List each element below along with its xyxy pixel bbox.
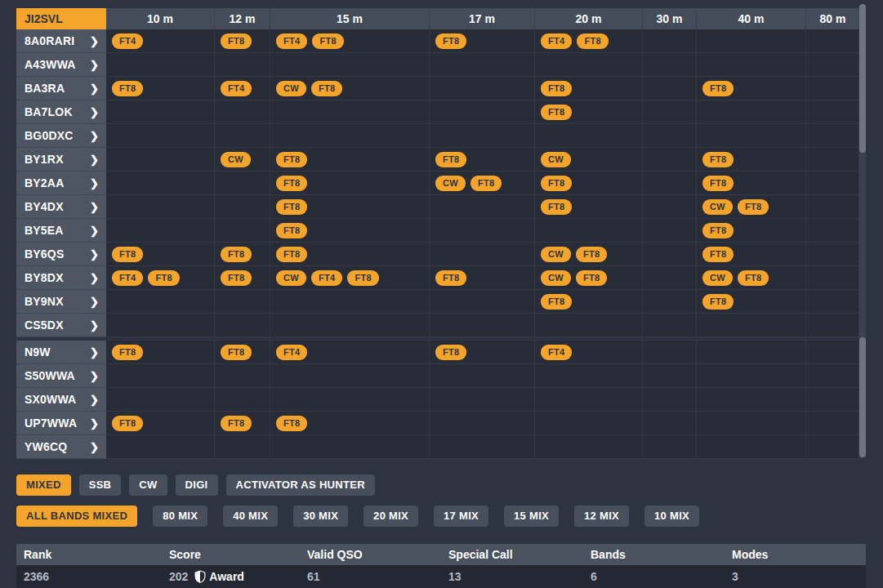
filter-button-digi[interactable]: DIGI (176, 474, 218, 496)
band-header-12m: 12 m (215, 8, 270, 29)
callsign-cell-BG0DXC[interactable]: BG0DXC❯ (16, 124, 106, 148)
mode-badge-cw: CW (276, 81, 306, 96)
callsign-label: CS5DX (25, 318, 64, 332)
callsign-cell-BY6QS[interactable]: BY6QS❯ (16, 243, 106, 266)
filter-button-10-mix[interactable]: 10 MIX (644, 506, 699, 527)
cell-BY2AA-15m: FT8 (270, 172, 430, 195)
cell-YW6CQ-17m (430, 435, 535, 459)
chevron-right-icon: ❯ (90, 417, 99, 430)
mode-badge-ft8: FT8 (276, 199, 307, 215)
mode-badge-ft8: FT8 (276, 247, 307, 262)
cell-BA7LOK-10m (106, 100, 215, 124)
filter-button-15-mix[interactable]: 15 MIX (504, 506, 559, 527)
cell-BA3RA-80m (806, 77, 859, 100)
cell-BY2AA-30m (643, 172, 697, 195)
cell-S50WWA-30m (643, 364, 697, 388)
table-rows-top: 8A0RARI❯FT4FT8FT4FT8FT8FT4FT8A43WWA❯BA3R… (16, 29, 859, 337)
callsign-cell-YW6CQ[interactable]: YW6CQ❯ (16, 435, 106, 459)
stats-header-rank: Rank (16, 544, 162, 565)
cell-UP7WWA-20m (535, 412, 643, 435)
filter-button-ssb[interactable]: SSB (79, 474, 122, 496)
mode-badge-cw: CW (541, 247, 571, 262)
cell-BA3RA-30m (643, 77, 697, 100)
callsign-cell-CS5DX[interactable]: CS5DX❯ (16, 314, 106, 337)
table-row-SX0WWA: SX0WWA❯ (16, 388, 859, 412)
cell-UP7WWA-30m (643, 412, 697, 435)
cell-N9W-12m: FT8 (215, 341, 270, 364)
mode-badge-ft8: FT8 (221, 33, 252, 49)
cell-BG0DXC-20m (535, 124, 643, 148)
filter-button-mixed[interactable]: MIXED (16, 474, 71, 496)
cell-BG0DXC-80m (806, 124, 859, 148)
table-row-S50WWA: S50WWA❯ (16, 364, 859, 388)
cell-BG0DXC-30m (643, 124, 697, 148)
cell-BY6QS-17m (430, 243, 535, 266)
cell-8A0RARI-30m (643, 29, 697, 53)
cell-BY2AA-17m: CWFT8 (430, 172, 535, 195)
stats-table: RankScoreValid QSOSpecial CallBandsModes… (16, 544, 866, 588)
cell-BA3RA-15m: CWFT8 (270, 77, 430, 100)
callsign-cell-A43WWA[interactable]: A43WWA❯ (16, 53, 106, 77)
owner-callsign-cell[interactable]: JI2SVL (16, 8, 106, 29)
filter-button-all-bands-mixed[interactable]: ALL BANDS MIXED (16, 506, 137, 527)
stats-value-bands: 6 (583, 565, 725, 588)
callsign-cell-UP7WWA[interactable]: UP7WWA❯ (16, 412, 106, 435)
callsign-cell-BY8DX[interactable]: BY8DX❯ (16, 266, 106, 290)
cell-CS5DX-10m (106, 314, 215, 337)
mode-badge-ft8: FT8 (112, 416, 143, 431)
filter-button-30-mix[interactable]: 30 MIX (293, 506, 348, 527)
band-header-17m: 17 m (430, 8, 535, 29)
filter-button-17-mix[interactable]: 17 MIX (434, 506, 488, 527)
cell-BY5EA-17m (430, 219, 535, 243)
vertical-scrollbar-thumb-top[interactable] (859, 4, 866, 153)
filter-button-activator-as-hunter[interactable]: ACTIVATOR AS HUNTER (226, 474, 375, 496)
mode-badge-ft8: FT8 (221, 345, 252, 360)
mode-badge-ft4: FT4 (541, 345, 572, 360)
table-row-8A0RARI: 8A0RARI❯FT4FT8FT4FT8FT8FT4FT8 (16, 29, 859, 53)
mode-badge-ft8: FT8 (738, 270, 769, 286)
cell-UP7WWA-10m: FT8 (106, 412, 215, 435)
cell-S50WWA-40m (697, 364, 806, 388)
mode-badge-ft8: FT8 (435, 152, 466, 167)
callsign-cell-BA7LOK[interactable]: BA7LOK❯ (16, 100, 106, 124)
mode-badge-ft8: FT8 (702, 176, 734, 191)
cell-BY4DX-30m (643, 195, 697, 219)
vertical-scrollbar-thumb-bottom[interactable] (859, 337, 866, 457)
cell-N9W-80m (806, 341, 859, 364)
cell-BY6QS-40m: FT8 (697, 243, 806, 266)
filter-button-12-mix[interactable]: 12 MIX (574, 506, 629, 527)
cell-SX0WWA-30m (643, 388, 697, 412)
callsign-cell-BY4DX[interactable]: BY4DX❯ (16, 195, 106, 219)
table-row-BY8DX: BY8DX❯FT4FT8FT8CWFT4FT8FT8CWFT8CWFT8 (16, 266, 859, 290)
mode-badge-ft4: FT4 (276, 33, 307, 49)
cell-BA3RA-20m: FT8 (535, 77, 643, 100)
callsign-label: BA3RA (25, 82, 65, 95)
mode-badge-ft4: FT4 (276, 345, 307, 360)
callsign-cell-BY1RX[interactable]: BY1RX❯ (16, 148, 106, 172)
filter-button-20-mix[interactable]: 20 MIX (363, 506, 418, 527)
callsign-cell-BY2AA[interactable]: BY2AA❯ (16, 172, 106, 195)
cell-CS5DX-20m (535, 314, 643, 337)
callsign-cell-S50WWA[interactable]: S50WWA❯ (16, 364, 106, 388)
callsign-cell-N9W[interactable]: N9W❯ (16, 341, 106, 364)
mode-badge-ft8: FT8 (148, 270, 179, 286)
table-row-BY9NX: BY9NX❯FT8FT8 (16, 290, 859, 314)
callsign-cell-BA3RA[interactable]: BA3RA❯ (16, 77, 106, 100)
filter-button-40-mix[interactable]: 40 MIX (223, 506, 278, 527)
filter-button-80-mix[interactable]: 80 MIX (153, 506, 207, 527)
callsign-cell-BY5EA[interactable]: BY5EA❯ (16, 219, 106, 243)
mode-badge-ft8: FT8 (221, 416, 252, 431)
cell-BA3RA-40m: FT8 (697, 77, 806, 100)
table-row-BY4DX: BY4DX❯FT8FT8CWFT8 (16, 195, 859, 219)
cell-BA7LOK-40m (697, 100, 806, 124)
callsign-label: BG0DXC (25, 129, 74, 142)
callsign-cell-8A0RARI[interactable]: 8A0RARI❯ (16, 29, 106, 53)
cell-S50WWA-17m (430, 364, 535, 388)
cell-BY4DX-12m (215, 195, 270, 219)
band-header-30m: 30 m (643, 8, 697, 29)
filter-button-cw[interactable]: CW (129, 474, 167, 496)
cell-N9W-15m: FT4 (270, 341, 430, 364)
award-badge[interactable]: Award (194, 565, 244, 588)
callsign-cell-SX0WWA[interactable]: SX0WWA❯ (16, 388, 106, 412)
callsign-cell-BY9NX[interactable]: BY9NX❯ (16, 290, 106, 314)
